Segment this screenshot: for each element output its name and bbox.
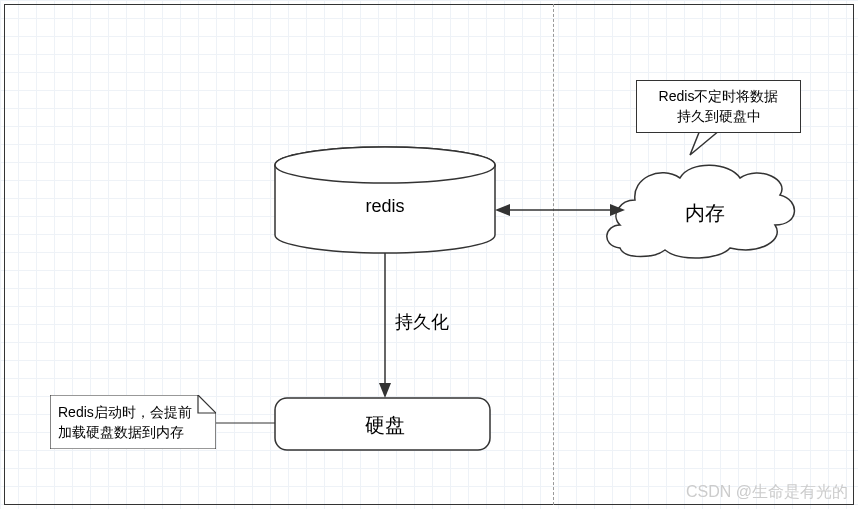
memory-label: 内存: [680, 200, 730, 227]
note-line1: Redis启动时，会提前: [58, 404, 192, 420]
callout-line1: Redis不定时将数据: [659, 88, 779, 104]
arrow-redis-disk: [379, 253, 391, 398]
arrow-redis-memory: [495, 204, 625, 216]
disk-label: 硬盘: [360, 412, 410, 439]
note-wrap: Redis启动时，会提前 加载硬盘数据到内存: [50, 395, 216, 449]
note-line2: 加载硬盘数据到内存: [58, 424, 184, 440]
callout-tail: [690, 130, 720, 155]
callout-line2: 持久到硬盘中: [677, 108, 761, 124]
svg-marker-3: [495, 204, 510, 216]
callout-box: Redis不定时将数据 持久到硬盘中: [636, 80, 801, 133]
redis-label: redis: [355, 196, 415, 217]
persist-label: 持久化: [395, 310, 449, 334]
svg-marker-6: [379, 383, 391, 398]
watermark: CSDN @生命是有光的: [686, 482, 848, 503]
svg-point-1: [275, 147, 495, 183]
